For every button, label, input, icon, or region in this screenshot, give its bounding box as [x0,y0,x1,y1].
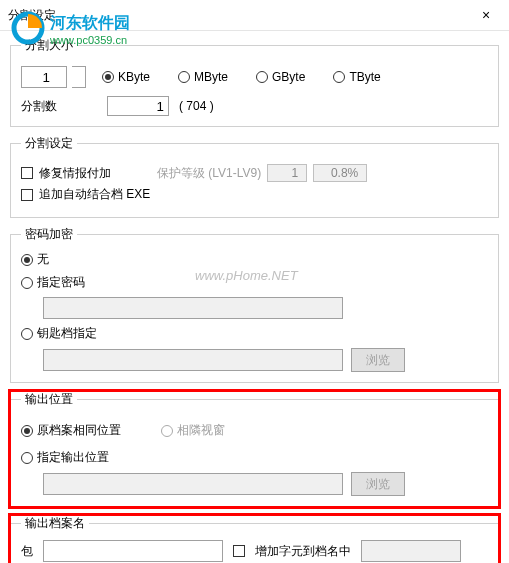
split-size-legend: 分割大小 [21,37,77,54]
output-name-legend: 输出档案名 [21,515,89,532]
radio-icon [21,277,33,289]
repair-report-checkbox[interactable] [21,167,33,179]
radio-icon [21,328,33,340]
output-name-group: 输出档案名 包 增加字元到档名中 Division start number [10,515,499,563]
auto-combine-label: 追加自动结合档 EXE [39,186,150,203]
keyfile-browse-button: 浏览 [351,348,405,372]
add-chars-checkbox[interactable] [233,545,245,557]
protect-level-label: 保护等级 (LV1-LV9) [157,165,261,182]
split-count-total: ( 704 ) [179,99,214,113]
output-same-radio[interactable]: 原档案相同位置 [21,422,121,439]
unit-gbyte-radio[interactable]: GByte [256,70,305,84]
radio-icon [21,425,33,437]
split-settings-legend: 分割设定 [21,135,77,152]
split-count-input[interactable] [107,96,169,116]
unit-kbyte-radio[interactable]: KByte [102,70,150,84]
password-group: 密码加密 无 指定密码 钥匙档指定 浏览 [10,226,499,383]
close-button[interactable]: × [471,5,501,25]
output-path-input [43,473,343,495]
protect-level-value: 1 [267,164,307,182]
output-specify-radio[interactable]: 指定输出位置 [21,449,488,466]
output-location-group: 输出位置 原档案相同位置 相隣视窗 指定输出位置 浏览 [10,391,499,507]
titlebar: 分割设定 × [0,0,509,31]
split-size-spinner[interactable] [72,66,86,88]
password-specify-radio[interactable]: 指定密码 [21,274,488,291]
output-adjacent-radio: 相隣视窗 [161,422,225,439]
add-chars-input [361,540,461,562]
password-none-radio[interactable]: 无 [21,251,488,268]
unit-mbyte-radio[interactable]: MByte [178,70,228,84]
radio-icon [178,71,190,83]
radio-icon [333,71,345,83]
add-chars-label: 增加字元到档名中 [255,543,351,560]
repair-report-label: 修复情报付加 [39,165,111,182]
unit-tbyte-radio[interactable]: TByte [333,70,380,84]
prefix-input[interactable] [43,540,223,562]
split-count-label: 分割数 [21,98,57,115]
window-title: 分割设定 [8,7,56,24]
output-browse-button: 浏览 [351,472,405,496]
password-legend: 密码加密 [21,226,77,243]
password-input [43,297,343,319]
radio-icon [256,71,268,83]
output-location-legend: 输出位置 [21,391,77,408]
radio-icon [21,452,33,464]
protect-percent: 0.8% [313,164,367,182]
radio-icon [102,71,114,83]
split-settings-group: 分割设定 修复情报付加 保护等级 (LV1-LV9) 1 0.8% 追加自动结合… [10,135,499,218]
radio-icon [21,254,33,266]
keyfile-input [43,349,343,371]
password-keyfile-radio[interactable]: 钥匙档指定 [21,325,488,342]
prefix-label: 包 [21,543,33,560]
split-size-input[interactable] [21,66,67,88]
auto-combine-checkbox[interactable] [21,189,33,201]
split-size-group: 分割大小 KByte MByte GByte TByte 分割数 ( 704 ) [10,37,499,127]
radio-icon [161,425,173,437]
